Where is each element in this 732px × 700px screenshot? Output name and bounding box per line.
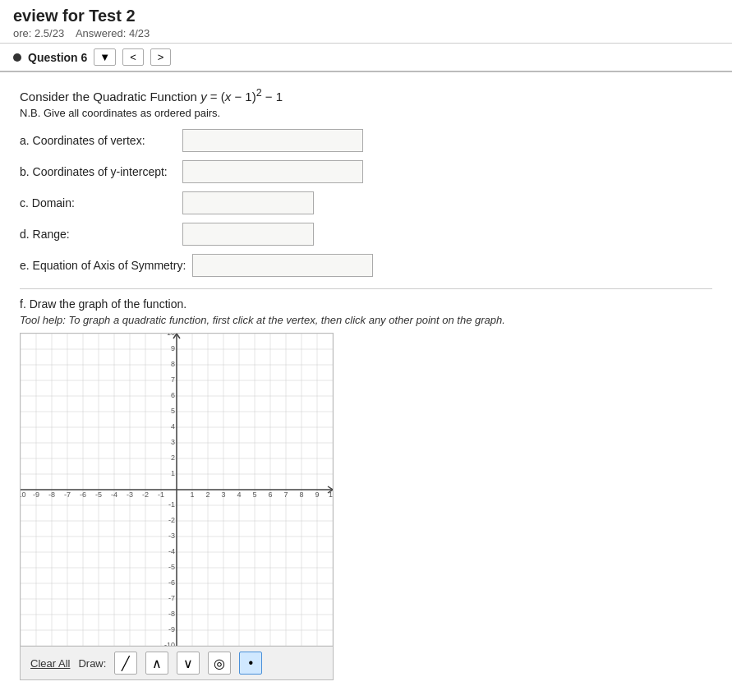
part-d-label: d. Range:	[20, 228, 176, 241]
part-c-input[interactable]	[182, 191, 314, 214]
tool-parabola-down-button[interactable]: ∨	[177, 652, 200, 675]
part-e-input[interactable]	[192, 254, 373, 277]
tool-line-button[interactable]: ╱	[114, 652, 137, 675]
part-e-row: e. Equation of Axis of Symmetry:	[20, 254, 712, 277]
content-area: Consider the Quadratic Function y = (x −…	[0, 72, 732, 700]
next-question-button[interactable]: >	[150, 48, 172, 66]
graph-toolbar: Clear All Draw: ╱ ∧ ∨ ◎ •	[21, 646, 333, 679]
part-d-input[interactable]	[182, 223, 314, 246]
nb-text: N.B. Give all coordinates as ordered pai…	[20, 107, 712, 119]
draw-label: Draw:	[78, 657, 106, 670]
page-container: eview for Test 2 ore: 2.5/23 Answered: 4…	[0, 0, 732, 700]
part-a-label: a. Coordinates of vertex:	[20, 134, 176, 147]
question-dot	[13, 53, 21, 62]
answered-label: Answered: 4/23	[76, 27, 150, 39]
graph-canvas[interactable]	[21, 334, 333, 646]
divider	[20, 288, 712, 289]
dropdown-arrow: ▼	[99, 51, 110, 63]
prev-question-button[interactable]: <	[122, 48, 144, 66]
part-e-label: e. Equation of Axis of Symmetry:	[20, 259, 186, 272]
question-dropdown[interactable]: ▼	[94, 48, 116, 66]
part-a-row: a. Coordinates of vertex:	[20, 129, 712, 152]
graph-tool-help: Tool help: To graph a quadratic function…	[20, 314, 712, 326]
part-c-row: c. Domain:	[20, 191, 712, 214]
tool-circle-button[interactable]: ◎	[208, 652, 231, 675]
tool-point-button[interactable]: •	[239, 652, 262, 675]
part-c-label: c. Domain:	[20, 196, 176, 210]
score-label: ore: 2.5/23	[13, 27, 64, 39]
part-b-input[interactable]	[182, 160, 363, 183]
part-b-row: b. Coordinates of y-intercept:	[20, 160, 712, 183]
tool-parabola-up-button[interactable]: ∧	[145, 652, 168, 675]
function-title: Consider the Quadratic Function y = (x −…	[20, 87, 712, 104]
page-title: eview for Test 2	[13, 7, 719, 25]
graph-instructions: f. Draw the graph of the function.	[20, 297, 712, 311]
question-nav-bar: Question 6 ▼ < >	[0, 44, 732, 72]
graph-wrapper: Clear All Draw: ╱ ∧ ∨ ◎ •	[20, 333, 334, 680]
clear-all-button[interactable]: Clear All	[30, 657, 70, 670]
header-score: ore: 2.5/23 Answered: 4/23	[13, 27, 719, 39]
question-label: Question 6	[28, 51, 87, 64]
part-b-label: b. Coordinates of y-intercept:	[20, 165, 176, 178]
part-a-input[interactable]	[182, 129, 363, 152]
part-d-row: d. Range:	[20, 223, 712, 246]
header-bar: eview for Test 2 ore: 2.5/23 Answered: 4…	[0, 0, 732, 44]
